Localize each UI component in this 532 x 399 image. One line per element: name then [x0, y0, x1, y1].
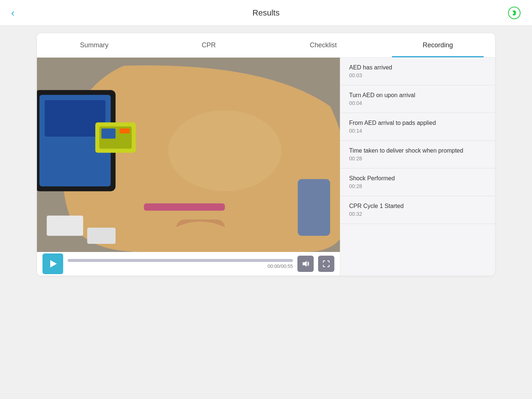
- video-frame: [37, 58, 340, 252]
- svg-rect-15: [120, 129, 130, 133]
- header: ‹ Results: [0, 0, 532, 26]
- progress-track[interactable]: [68, 259, 293, 262]
- tab-summary[interactable]: Summary: [37, 33, 151, 57]
- video-player[interactable]: [37, 58, 340, 252]
- event-time: 00:14: [349, 128, 486, 134]
- progress-bar-container: 00:00/00:55: [68, 259, 293, 269]
- event-name: AED has arrived: [349, 64, 486, 71]
- svg-rect-14: [101, 129, 115, 139]
- svg-rect-8: [298, 179, 330, 236]
- main-card: Summary CPR Checklist Recording: [37, 33, 495, 276]
- svg-rect-17: [87, 228, 116, 244]
- event-name: Shock Performed: [349, 175, 486, 182]
- tab-bar: Summary CPR Checklist Recording: [37, 33, 495, 58]
- video-section: 00:00/00:55: [37, 58, 340, 276]
- events-list: AED has arrived 00:03 Turn AED on upon a…: [340, 58, 495, 276]
- list-item: CPR Cycle 1 Started 00:32: [340, 196, 495, 224]
- svg-rect-7: [144, 204, 225, 211]
- event-time: 00:32: [349, 211, 486, 217]
- list-item: Time taken to deliver shock when prompte…: [340, 141, 495, 168]
- volume-button[interactable]: [297, 256, 314, 272]
- list-item: From AED arrival to pads applied 00:14: [340, 113, 495, 141]
- svg-point-3: [168, 110, 282, 191]
- tab-checklist[interactable]: Checklist: [266, 33, 381, 57]
- page-title: Results: [252, 8, 279, 18]
- list-item: AED has arrived 00:03: [340, 58, 495, 85]
- play-icon: [50, 260, 57, 267]
- tab-recording[interactable]: Recording: [381, 33, 495, 57]
- play-button[interactable]: [42, 253, 63, 274]
- event-time: 00:04: [349, 100, 486, 106]
- list-item: Turn AED on upon arrival 00:04: [340, 85, 495, 113]
- time-display: 00:00/00:55: [68, 263, 293, 269]
- content-area: 00:00/00:55: [37, 58, 495, 276]
- list-item: Shock Performed 00:28: [340, 168, 495, 196]
- event-name: CPR Cycle 1 Started: [349, 203, 486, 209]
- event-name: Time taken to deliver shock when prompte…: [349, 147, 486, 154]
- svg-marker-18: [303, 261, 307, 267]
- bluetooth-icon: [508, 6, 521, 20]
- svg-rect-16: [47, 215, 83, 236]
- event-name: From AED arrival to pads applied: [349, 120, 486, 126]
- event-time: 00:28: [349, 156, 486, 161]
- video-controls: 00:00/00:55: [37, 252, 340, 276]
- event-time: 00:03: [349, 72, 486, 78]
- fullscreen-button[interactable]: [318, 256, 334, 272]
- back-button[interactable]: ‹: [11, 7, 14, 19]
- event-time: 00:28: [349, 183, 486, 189]
- tab-cpr[interactable]: CPR: [151, 33, 266, 57]
- event-name: Turn AED on upon arrival: [349, 92, 486, 99]
